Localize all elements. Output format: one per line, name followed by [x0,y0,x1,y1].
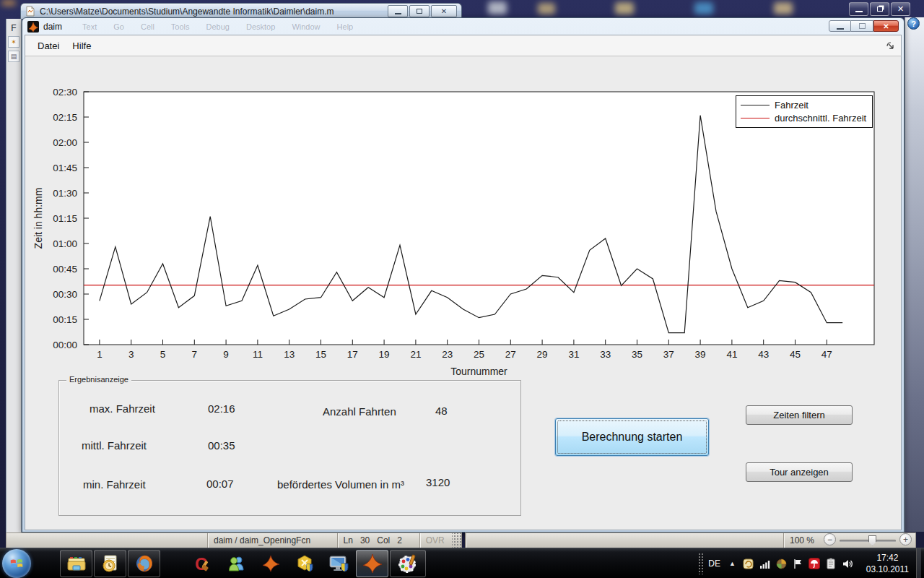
clock-time: 17:42 [866,552,909,564]
volume-tray-icon[interactable] [842,558,854,570]
svg-text:15: 15 [315,349,326,360]
line-col-cell: Ln30 Col2 [337,533,419,548]
svg-text:Zeit in hh:mm: Zeit in hh:mm [32,188,44,249]
security-center-tray-icon[interactable] [775,558,788,570]
language-indicator[interactable]: DE [708,558,720,569]
volumen-label: befördertes Volumen in m³ [277,478,404,491]
taskbar-windows-explorer[interactable] [60,550,92,577]
svg-text:Tournummer: Tournummer [450,366,507,377]
zoom-slider-thumb[interactable] [868,535,876,546]
daim-titlebar[interactable]: daim Text Go Cell Tools Debug Desktop Wi… [25,18,902,35]
svg-text:43: 43 [758,349,769,360]
matlab-icon [261,555,280,572]
taskbar-paint[interactable] [390,550,426,577]
close-icon[interactable]: ✕ [891,2,910,16]
menu-hilfe[interactable]: Hilfe [66,38,97,53]
hidden-icons-arrow-icon[interactable]: ▲ [729,560,736,567]
action-center-flag-icon[interactable] [792,558,804,570]
viewer-statusbar: 100 % − + [465,532,916,548]
line-label: Ln [344,535,353,545]
zeiten-filtern-button[interactable]: Zeiten filtern [746,405,853,425]
show-desktop-button[interactable] [916,548,921,578]
berechnung-starten-button[interactable]: Berechnung starten [555,418,709,456]
maximize-icon[interactable] [851,20,873,32]
minimize-icon[interactable] [849,2,868,16]
overwrite-indicator: OVR [419,533,452,548]
menu-datei[interactable]: Datei [31,38,66,53]
mittl-fahrzeit-label: mittl. Fahrzeit [82,439,147,452]
matlab-icon [27,21,39,33]
max-fahrzeit-value: 02:16 [208,402,235,415]
zoom-in-icon[interactable]: + [899,533,912,545]
min-fahrzeit-value: 00:07 [206,478,234,490]
taskbar-matlab-active[interactable] [356,550,388,577]
avira-tray-icon[interactable] [808,558,821,570]
svg-text:02:30: 02:30 [53,87,77,98]
new-file-icon[interactable]: ✶ [8,36,19,48]
taskbar-ccleaner[interactable]: C [186,550,219,577]
start-button[interactable] [2,549,31,578]
svg-text:35: 35 [632,349,642,360]
maximize-icon[interactable] [409,5,430,17]
outlook-icon [100,554,121,573]
ccleaner-icon: C [193,554,213,573]
zoom-out-icon[interactable]: − [824,533,836,545]
svg-text:41: 41 [726,349,737,360]
mfile-icon [25,6,35,17]
security-tool-icon [295,554,315,573]
sync-tray-icon[interactable] [742,558,754,570]
taskbar-security-tool[interactable] [288,550,321,577]
svg-text:47: 47 [821,349,832,360]
background-window-right-edge [905,17,924,532]
svg-text:1: 1 [97,349,103,360]
clock-date: 03.10.2011 [866,564,909,575]
results-panel: Ergebnisanzeige max. Fahrzeit 02:16 mitt… [58,380,521,516]
help-icon[interactable]: ? [907,17,920,30]
col-number: 2 [397,535,402,545]
windows-live-messenger-icon [227,554,247,573]
svg-text:02:15: 02:15 [53,112,77,123]
svg-text:7: 7 [192,349,198,360]
legend-entry: Fahrzeit [741,100,868,111]
clipboard-tray-icon[interactable] [825,558,837,570]
svg-text:19: 19 [379,349,390,360]
editor-context-cell: daim / daim_OpeningFcn [207,533,337,548]
zoom-percent: 100 % [790,535,814,545]
minimize-icon[interactable] [388,5,408,17]
firefox-icon [134,554,154,573]
desktop-icon-blob [488,1,507,14]
editor-menu-fragment: F [6,23,21,33]
editor-window-title: C:\Users\Matze\Documents\Studium\Angewan… [40,7,386,17]
min-fahrzeit-label: min. Fahrzeit [83,478,146,491]
network-tray-icon[interactable] [759,558,771,570]
svg-text:3: 3 [128,349,134,360]
taskbar-matlab-pinned[interactable] [254,550,287,577]
legend-line-red [741,118,770,118]
taskbar-firefox[interactable] [128,550,160,577]
taskbar-clock[interactable]: 17:42 03.10.2011 [866,552,909,575]
svg-text:00:00: 00:00 [53,340,77,350]
desktop-icon-blob [1,0,16,6]
resize-grip[interactable] [452,533,461,548]
taskbar-outlook[interactable] [94,550,126,577]
windows-explorer-icon [66,554,87,573]
focus-outline [557,420,707,454]
svg-text:13: 13 [284,349,295,360]
daim-figure-area: 00:0000:1500:3000:4501:0001:1501:3001:45… [25,56,902,530]
taskbar-remote-desktop[interactable] [322,550,354,577]
taskbar-messenger[interactable] [220,550,253,577]
restore-icon[interactable] [870,2,889,16]
tour-anzeigen-button[interactable]: Tour anzeigen [746,462,853,482]
svg-text:00:45: 00:45 [53,264,77,275]
dock-figure-arrow-icon[interactable] [885,40,895,53]
toolbar-icon[interactable]: ▤ [8,51,19,62]
minimize-icon[interactable] [829,20,851,32]
chart-legend: Fahrzeit durchschnittl. Fahrzeit [736,95,873,128]
close-icon[interactable]: ✕ [431,5,457,17]
zoom-slider[interactable] [840,540,896,542]
close-icon[interactable]: ✕ [873,20,899,32]
legend-entry: durchschnittl. Fahrzeit [741,113,868,124]
editor-window-titlebar[interactable]: C:\Users\Matze\Documents\Studium\Angewan… [20,3,462,19]
svg-text:9: 9 [223,349,229,360]
svg-text:17: 17 [347,349,358,360]
